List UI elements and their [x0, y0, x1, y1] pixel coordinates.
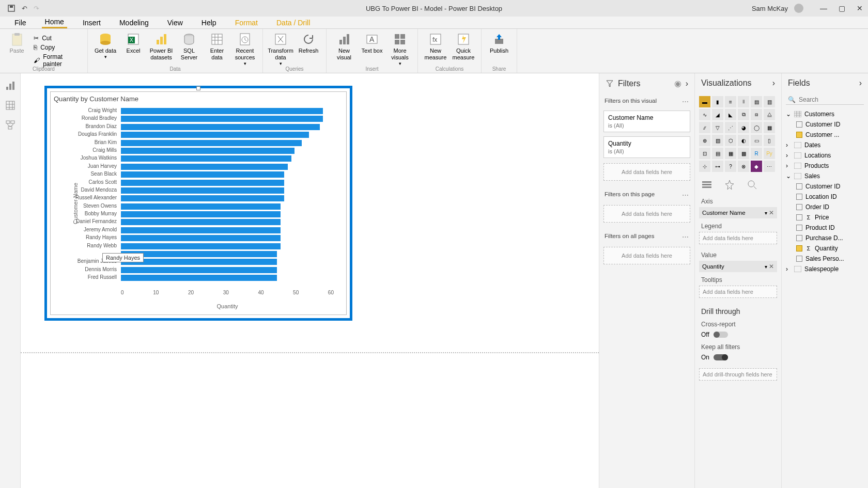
viz-map[interactable]: ⊕: [699, 135, 710, 146]
menu-insert[interactable]: Insert: [80, 18, 104, 28]
bar[interactable]: [121, 116, 323, 122]
axis-field[interactable]: Customer Name▾ ✕: [699, 207, 777, 218]
viz-waterfall[interactable]: ⫽: [699, 122, 710, 133]
paste-button[interactable]: Paste: [5, 31, 28, 71]
bar[interactable]: [121, 164, 288, 170]
viz-qa[interactable]: ?: [725, 161, 736, 172]
bar[interactable]: [121, 259, 277, 265]
table-locations[interactable]: ›Locations: [782, 150, 868, 161]
viz-clustered-bar[interactable]: ≡: [725, 96, 736, 107]
field-purchase-d[interactable]: Purchase D...: [782, 233, 868, 243]
viz-100-bar[interactable]: ▤: [751, 96, 762, 107]
user-name[interactable]: Sam McKay: [752, 5, 788, 12]
avatar[interactable]: [794, 4, 803, 13]
menu-data-drill[interactable]: Data / Drill: [273, 18, 313, 28]
publish-button[interactable]: Publish: [487, 31, 512, 54]
bar[interactable]: [121, 180, 284, 186]
menu-home[interactable]: Home: [42, 17, 67, 28]
viz-donut[interactable]: ◯: [751, 122, 762, 133]
canvas[interactable]: Quantity by Customer Name Customer Name …: [21, 73, 599, 488]
menu-view[interactable]: View: [164, 18, 186, 28]
field-location-id[interactable]: Location ID: [782, 192, 868, 202]
bar[interactable]: [121, 251, 277, 257]
viz-matrix[interactable]: ▩: [738, 148, 749, 159]
viz-powerapps[interactable]: ◆: [751, 161, 762, 172]
transform-button[interactable]: Transform data▾: [268, 31, 293, 67]
filter-card-customer[interactable]: Customer Name is (All): [603, 111, 690, 132]
menu-modeling[interactable]: Modeling: [116, 18, 152, 28]
bar[interactable]: [121, 171, 284, 178]
bar[interactable]: [121, 243, 281, 249]
search-input[interactable]: [799, 96, 868, 103]
table-dates[interactable]: ›Dates: [782, 140, 868, 150]
eye-icon[interactable]: ◉: [674, 78, 681, 88]
recent-sources-button[interactable]: Recent sources▾: [233, 31, 257, 67]
cut-button[interactable]: ✂Cut: [32, 34, 82, 42]
drop-page[interactable]: Add data fields here: [603, 205, 690, 223]
viz-line[interactable]: ∿: [699, 109, 710, 120]
filter-card-quantity[interactable]: Quantity is (All): [603, 136, 690, 158]
text-box-button[interactable]: AText box: [360, 31, 384, 54]
bar[interactable]: [121, 235, 281, 241]
viz-card[interactable]: ▭: [751, 135, 762, 146]
viz-stacked-col[interactable]: ▮: [712, 96, 723, 107]
bar[interactable]: [121, 203, 281, 210]
bar[interactable]: [121, 132, 309, 138]
viz-combo1[interactable]: ⧉: [738, 109, 749, 120]
value-field[interactable]: Quantity▾ ✕: [699, 261, 777, 272]
undo-icon[interactable]: ↶: [22, 5, 27, 12]
menu-help[interactable]: Help: [198, 18, 220, 28]
field-customer-id[interactable]: Customer ID: [782, 119, 868, 130]
viz-gauge[interactable]: ◐: [738, 135, 749, 146]
bar[interactable]: [121, 187, 284, 194]
bar[interactable]: [121, 219, 281, 225]
quick-measure-button[interactable]: Quick measure: [451, 31, 476, 61]
legend-drop[interactable]: Add data fields here: [699, 232, 777, 244]
viz-decomp[interactable]: ⊶: [712, 161, 723, 172]
remove-icon[interactable]: ✕: [769, 209, 774, 216]
viz-shape-map[interactable]: ⬡: [725, 135, 736, 146]
bar[interactable]: [121, 227, 281, 233]
menu-format[interactable]: Format: [232, 18, 261, 28]
viz-clustered-col[interactable]: ⫴: [738, 96, 749, 107]
new-visual-button[interactable]: New visual: [332, 31, 357, 61]
table-products[interactable]: ›Products: [782, 161, 868, 171]
bar[interactable]: [121, 108, 323, 114]
more-icon[interactable]: ⋯: [682, 233, 689, 241]
bar[interactable]: [121, 267, 277, 273]
new-measure-button[interactable]: fxNew measure: [423, 31, 448, 61]
chart-visual[interactable]: Quantity by Customer Name Customer Name …: [44, 86, 352, 321]
viz-more[interactable]: ⋯: [764, 161, 775, 172]
bar[interactable]: [121, 275, 277, 281]
report-view-icon[interactable]: [5, 81, 16, 91]
bar[interactable]: [121, 155, 291, 162]
more-icon[interactable]: ⋯: [682, 191, 689, 199]
refresh-button[interactable]: Refresh: [296, 31, 321, 54]
viz-pie[interactable]: ◕: [738, 122, 749, 133]
field-price[interactable]: ΣPrice: [782, 212, 868, 223]
tooltips-drop[interactable]: Add data fields here: [699, 286, 777, 298]
table-sales[interactable]: ⌄Sales: [782, 171, 868, 181]
viz-scatter[interactable]: ⋰: [725, 122, 736, 133]
viz-ribbon[interactable]: ⧋: [764, 109, 775, 120]
viz-100-col[interactable]: ▥: [764, 96, 775, 107]
viz-py[interactable]: Py: [764, 148, 775, 159]
format-painter-button[interactable]: 🖌Format painter: [32, 53, 82, 68]
viz-stacked-area[interactable]: ◣: [725, 109, 736, 120]
analytics-tab-icon[interactable]: [747, 179, 758, 191]
bar[interactable]: [121, 140, 302, 146]
field-product-id[interactable]: Product ID: [782, 223, 868, 233]
menu-file[interactable]: File: [11, 18, 29, 28]
viz-treemap[interactable]: ▦: [764, 122, 775, 133]
more-visuals-button[interactable]: More visuals▾: [388, 31, 412, 67]
viz-stacked-bar[interactable]: ▬: [699, 96, 710, 107]
get-data-button[interactable]: Get data▾: [93, 31, 118, 60]
fields-tab-icon[interactable]: [701, 179, 712, 191]
bar[interactable]: [121, 211, 281, 217]
cross-report-toggle[interactable]: [714, 332, 728, 338]
drop-all[interactable]: Add data fields here: [603, 247, 690, 264]
viz-table[interactable]: ▦: [725, 148, 736, 159]
table-customers[interactable]: ⌄Customers: [782, 109, 868, 119]
bar[interactable]: [121, 148, 295, 154]
field-quantity[interactable]: ΣQuantity: [782, 243, 868, 254]
